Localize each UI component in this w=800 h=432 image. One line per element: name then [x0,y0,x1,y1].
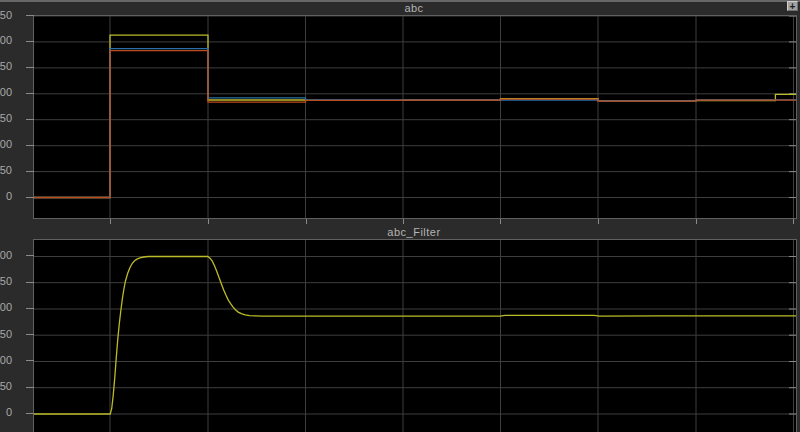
y-tick-label: 0 [0,190,12,202]
y-tick-mark [26,413,34,414]
y-tick-label: 0 [0,406,12,418]
y-tick-label: 350 [0,9,12,21]
scope-section-abc-filter: abc_Filter 300250200150100500 [0,224,800,432]
series-orange [34,51,796,198]
scope-section-abc: abc 350300250200150100500 [0,0,800,224]
y-tick-label: 50 [0,380,12,392]
y-tick-label: 150 [0,328,12,340]
y-tick-label: 100 [0,138,12,150]
y-tick-mark [26,197,34,198]
y-tick-mark [26,15,34,16]
y-tick-label: 250 [0,275,12,287]
y-tick-mark [26,119,34,120]
series-yellow [34,35,796,197]
y-tick-label: 300 [0,249,12,261]
y-tick-mark [26,387,34,388]
y-tick-mark [26,334,34,335]
plot-title-abc-filter: abc_Filter [33,226,795,238]
plot-title-abc: abc [33,2,795,14]
y-tick-mark [26,255,34,256]
scope-plot-abc-filter-wrap[interactable] [33,239,797,432]
y-tick-mark [26,171,34,172]
right-tick-marks [789,16,796,198]
y-tick-label: 250 [0,60,12,72]
scope-plot-abc-wrap[interactable] [33,15,797,219]
y-tick-label: 300 [0,34,12,46]
series-blue [34,49,796,198]
y-tick-mark [26,145,34,146]
y-tick-label: 150 [0,112,12,124]
y-tick-label: 50 [0,164,12,176]
y-tick-label: 100 [0,354,12,366]
y-tick-mark [26,360,34,361]
y-tick-mark [26,41,34,42]
y-tick-mark [26,93,34,94]
y-tick-mark [26,67,34,68]
y-tick-mark [26,308,34,309]
grid-lines [34,240,796,432]
scope-plot-abc-filter[interactable] [34,240,796,432]
y-tick-mark [26,282,34,283]
grid-lines [34,16,796,218]
y-tick-label: 200 [0,301,12,313]
scope-plot-abc[interactable] [34,16,796,218]
right-tick-marks [789,257,796,415]
y-tick-label: 200 [0,86,12,98]
